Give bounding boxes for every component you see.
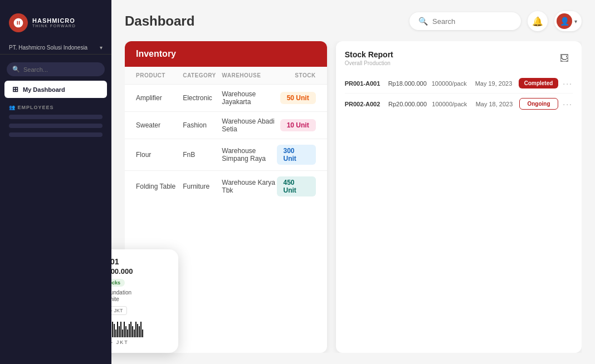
sidebar: HASHMICRO THINK FORWARD PT. Hashmicro So… — [0, 0, 111, 364]
col-product: PRODUCT — [136, 72, 183, 78]
barcode-bar — [134, 329, 135, 337]
filter-icon: ⛾ — [560, 53, 569, 63]
table-row: Folding Table Furniture Warehouse Karya … — [125, 171, 327, 202]
dashboard-icon: ⊞ — [12, 85, 18, 94]
report-price: Rp20.000.000 — [388, 101, 427, 107]
barcode-bar — [112, 322, 113, 337]
product-info: PR-A001 Rp25.000.000 1000 Stocks Type : … — [111, 257, 170, 315]
barcode-bar — [124, 322, 125, 337]
person-icon: 👤 — [560, 17, 569, 26]
top-bar: Dashboard 🔍 🔔 👤 ▾ — [125, 11, 582, 31]
barcode-bar — [137, 324, 138, 337]
product-id: PR-A001 — [111, 257, 170, 266]
bell-icon: 🔔 — [532, 16, 543, 27]
product-warehouse: Warehouse Simpang Raya — [222, 147, 276, 163]
avatar: 👤 — [557, 13, 572, 29]
cards-row: Inventory PRODUCT CATEGORY WAREHOUSE STO… — [125, 41, 582, 353]
search-input[interactable] — [432, 17, 512, 26]
product-card-top: PR-A001 Rp25.000.000 1000 Stocks Type : … — [111, 257, 170, 315]
product-category: Electronic — [183, 94, 222, 102]
barcode-bar — [140, 322, 142, 337]
report-id: PR001-A001 — [345, 80, 384, 87]
company-name: PT. Hashmicro Solusi Indonesia — [9, 45, 87, 51]
product-name: Folding Table — [136, 183, 183, 190]
section-icon: 👥 — [9, 105, 16, 110]
search-box[interactable]: 🔍 — [409, 12, 521, 30]
main-content: Dashboard 🔍 🔔 👤 ▾ — [111, 0, 595, 364]
barcode-visual: (function(){ const heights = [28,20,28,1… — [111, 321, 170, 337]
barcode-bar — [117, 322, 118, 337]
barcode-bar — [114, 324, 115, 337]
barcode-bar — [130, 322, 131, 337]
barcode: (function(){ const heights = [28,20,28,1… — [111, 321, 170, 345]
report-id: PR002-A002 — [345, 101, 384, 107]
barcode-bar — [120, 322, 121, 337]
report-qty: 100000/pack — [432, 101, 471, 107]
col-stock: STOCK — [277, 72, 316, 78]
sidebar-logo: HASHMICRO THINK FORWARD — [0, 9, 111, 41]
product-warehouse: Warehouse Jayakarta — [222, 90, 276, 106]
product-category: FnB — [183, 151, 222, 159]
stock-badge: 450 Unit — [277, 176, 316, 196]
hashmicro-logo-icon — [13, 17, 24, 28]
notifications-button[interactable]: 🔔 — [528, 11, 548, 31]
company-selector[interactable]: PT. Hashmicro Solusi Indonesia ▾ — [0, 41, 111, 55]
sidebar-placeholder-1 — [9, 115, 103, 119]
table-header: PRODUCT CATEGORY WAREHOUSE STOCK — [125, 67, 327, 85]
product-warehouse: Warehouse Karya Tbk — [222, 179, 276, 194]
chevron-down-icon: ▾ — [574, 18, 577, 24]
barcode-bar — [139, 326, 140, 337]
chevron-down-icon: ▾ — [100, 45, 103, 51]
product-color: Color : White — [111, 296, 170, 302]
inventory-title: Inventory — [136, 49, 176, 58]
status-badge: Completed — [519, 78, 559, 88]
report-price: Rp18.000.000 — [388, 80, 427, 87]
table-row: Amplifier Electronic Warehouse Jayakarta… — [125, 85, 327, 112]
table-row: Sweater Fashion Warehouse Abadi Setia 10… — [125, 112, 327, 139]
sidebar-search-input[interactable] — [23, 66, 99, 73]
more-options-button[interactable]: ··· — [563, 100, 573, 109]
stock-report-card: Stock Report Overall Production ⛾ PR001-… — [336, 41, 582, 353]
barcode-bar — [142, 329, 143, 337]
product-card: PR-A001 Rp25.000.000 1000 Stocks Type : … — [111, 249, 178, 353]
search-icon: 🔍 — [418, 17, 428, 26]
sidebar-item-dashboard[interactable]: ⊞ My Dashboard — [4, 81, 107, 98]
sidebar-placeholder-2 — [9, 124, 103, 128]
sidebar-item-label: My Dashboard — [23, 86, 65, 93]
table-row: Flour FnB Warehouse Simpang Raya 300 Uni… — [125, 139, 327, 171]
sidebar-placeholder-3 — [9, 132, 103, 137]
barcode-bar — [119, 326, 120, 337]
col-category: CATEGORY — [183, 72, 222, 78]
stock-report-title-area: Stock Report Overall Production — [345, 50, 393, 66]
more-options-button[interactable]: ··· — [563, 79, 573, 88]
barcode-bar — [125, 326, 126, 337]
product-name: Flour — [136, 151, 183, 159]
filter-button[interactable]: ⛾ — [556, 50, 573, 67]
barcode-bar — [115, 329, 116, 337]
stock-badge: 50 Unit — [280, 92, 316, 104]
sidebar-search[interactable]: 🔍 — [7, 62, 105, 76]
stock-report-title: Stock Report — [345, 50, 393, 59]
product-name: Amplifier — [136, 94, 183, 102]
status-badge: Ongoing — [519, 98, 558, 110]
user-menu-button[interactable]: 👤 ▾ — [554, 11, 582, 31]
report-row: PR001-A001 Rp18.000.000 100000/pack May … — [345, 73, 573, 94]
product-price: Rp25.000.000 — [111, 267, 170, 276]
product-name: Sweater — [136, 121, 183, 129]
product-category: Fashion — [183, 121, 222, 129]
product-category: Furniture — [183, 183, 222, 190]
logo-subtitle: THINK FORWARD — [32, 24, 76, 28]
barcode-bar — [129, 324, 130, 337]
barcode-bar — [122, 329, 123, 337]
logo-icon — [9, 13, 28, 32]
col-warehouse: WAREHOUSE — [222, 72, 276, 78]
stock-badge: 300 Unit — [277, 145, 316, 165]
report-date: May 18, 2023 — [476, 101, 515, 107]
barcode-bar — [127, 329, 128, 337]
report-qty: 100000/pack — [432, 80, 471, 87]
barcode-bar — [135, 322, 136, 337]
report-date: May 19, 2023 — [475, 80, 514, 87]
inventory-header: Inventory — [125, 41, 327, 67]
product-location-badge: PRA001 - JKT — [111, 306, 127, 315]
main-container: HASHMICRO THINK FORWARD PT. Hashmicro So… — [0, 0, 595, 364]
